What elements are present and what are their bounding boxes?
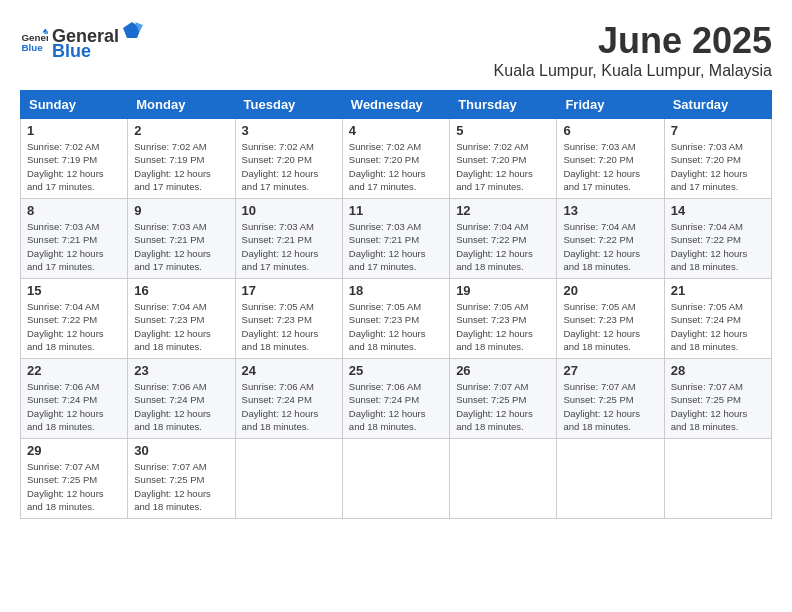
day-info: Sunrise: 7:02 AM Sunset: 7:19 PM Dayligh…	[27, 140, 121, 193]
day-info: Sunrise: 7:03 AM Sunset: 7:21 PM Dayligh…	[134, 220, 228, 273]
calendar-cell: 10 Sunrise: 7:03 AM Sunset: 7:21 PM Dayl…	[235, 199, 342, 279]
svg-text:Blue: Blue	[21, 42, 43, 53]
sunrise-label: Sunrise: 7:07 AM	[671, 381, 743, 392]
sunrise-label: Sunrise: 7:05 AM	[349, 301, 421, 312]
calendar-cell: 5 Sunrise: 7:02 AM Sunset: 7:20 PM Dayli…	[450, 119, 557, 199]
day-info: Sunrise: 7:03 AM Sunset: 7:21 PM Dayligh…	[349, 220, 443, 273]
day-info: Sunrise: 7:05 AM Sunset: 7:23 PM Dayligh…	[242, 300, 336, 353]
sunset-label: Sunset: 7:25 PM	[671, 394, 741, 405]
daylight-label: Daylight: 12 hours and 18 minutes.	[134, 408, 211, 432]
sunrise-label: Sunrise: 7:05 AM	[671, 301, 743, 312]
day-info: Sunrise: 7:05 AM Sunset: 7:23 PM Dayligh…	[349, 300, 443, 353]
day-info: Sunrise: 7:07 AM Sunset: 7:25 PM Dayligh…	[134, 460, 228, 513]
day-number: 24	[242, 363, 336, 378]
daylight-label: Daylight: 12 hours and 18 minutes.	[242, 328, 319, 352]
day-info: Sunrise: 7:03 AM Sunset: 7:20 PM Dayligh…	[671, 140, 765, 193]
daylight-label: Daylight: 12 hours and 18 minutes.	[134, 328, 211, 352]
sunrise-label: Sunrise: 7:06 AM	[349, 381, 421, 392]
calendar-cell	[342, 439, 449, 519]
day-number: 4	[349, 123, 443, 138]
day-number: 16	[134, 283, 228, 298]
day-number: 7	[671, 123, 765, 138]
calendar-cell: 2 Sunrise: 7:02 AM Sunset: 7:19 PM Dayli…	[128, 119, 235, 199]
day-number: 23	[134, 363, 228, 378]
day-number: 28	[671, 363, 765, 378]
day-info: Sunrise: 7:02 AM Sunset: 7:20 PM Dayligh…	[242, 140, 336, 193]
calendar-cell: 15 Sunrise: 7:04 AM Sunset: 7:22 PM Dayl…	[21, 279, 128, 359]
calendar-cell: 14 Sunrise: 7:04 AM Sunset: 7:22 PM Dayl…	[664, 199, 771, 279]
sunrise-label: Sunrise: 7:06 AM	[27, 381, 99, 392]
calendar-cell: 26 Sunrise: 7:07 AM Sunset: 7:25 PM Dayl…	[450, 359, 557, 439]
day-info: Sunrise: 7:06 AM Sunset: 7:24 PM Dayligh…	[349, 380, 443, 433]
calendar-header-row: Sunday Monday Tuesday Wednesday Thursday…	[21, 91, 772, 119]
sunset-label: Sunset: 7:23 PM	[563, 314, 633, 325]
daylight-label: Daylight: 12 hours and 17 minutes.	[242, 168, 319, 192]
sunrise-label: Sunrise: 7:07 AM	[456, 381, 528, 392]
sunrise-label: Sunrise: 7:04 AM	[563, 221, 635, 232]
day-number: 19	[456, 283, 550, 298]
day-info: Sunrise: 7:04 AM Sunset: 7:22 PM Dayligh…	[671, 220, 765, 273]
calendar-week-row-4: 22 Sunrise: 7:06 AM Sunset: 7:24 PM Dayl…	[21, 359, 772, 439]
sunset-label: Sunset: 7:21 PM	[134, 234, 204, 245]
calendar-cell: 1 Sunrise: 7:02 AM Sunset: 7:19 PM Dayli…	[21, 119, 128, 199]
sunrise-label: Sunrise: 7:02 AM	[456, 141, 528, 152]
sunrise-label: Sunrise: 7:03 AM	[349, 221, 421, 232]
logo: General Blue General Blue	[20, 20, 145, 62]
calendar-cell: 27 Sunrise: 7:07 AM Sunset: 7:25 PM Dayl…	[557, 359, 664, 439]
daylight-label: Daylight: 12 hours and 18 minutes.	[671, 408, 748, 432]
day-number: 29	[27, 443, 121, 458]
sunset-label: Sunset: 7:25 PM	[27, 474, 97, 485]
daylight-label: Daylight: 12 hours and 18 minutes.	[563, 408, 640, 432]
sunset-label: Sunset: 7:25 PM	[134, 474, 204, 485]
day-number: 20	[563, 283, 657, 298]
day-number: 11	[349, 203, 443, 218]
calendar-cell: 16 Sunrise: 7:04 AM Sunset: 7:23 PM Dayl…	[128, 279, 235, 359]
location-title: Kuala Lumpur, Kuala Lumpur, Malaysia	[494, 62, 772, 80]
calendar-cell: 17 Sunrise: 7:05 AM Sunset: 7:23 PM Dayl…	[235, 279, 342, 359]
day-number: 25	[349, 363, 443, 378]
sunset-label: Sunset: 7:20 PM	[349, 154, 419, 165]
day-number: 18	[349, 283, 443, 298]
day-info: Sunrise: 7:07 AM Sunset: 7:25 PM Dayligh…	[27, 460, 121, 513]
day-number: 15	[27, 283, 121, 298]
sunrise-label: Sunrise: 7:02 AM	[242, 141, 314, 152]
calendar-cell: 30 Sunrise: 7:07 AM Sunset: 7:25 PM Dayl…	[128, 439, 235, 519]
sunrise-label: Sunrise: 7:06 AM	[134, 381, 206, 392]
calendar-cell: 9 Sunrise: 7:03 AM Sunset: 7:21 PM Dayli…	[128, 199, 235, 279]
sunset-label: Sunset: 7:20 PM	[563, 154, 633, 165]
calendar-cell	[235, 439, 342, 519]
day-info: Sunrise: 7:07 AM Sunset: 7:25 PM Dayligh…	[563, 380, 657, 433]
day-number: 9	[134, 203, 228, 218]
day-number: 26	[456, 363, 550, 378]
calendar-cell: 22 Sunrise: 7:06 AM Sunset: 7:24 PM Dayl…	[21, 359, 128, 439]
daylight-label: Daylight: 12 hours and 18 minutes.	[671, 248, 748, 272]
day-info: Sunrise: 7:07 AM Sunset: 7:25 PM Dayligh…	[671, 380, 765, 433]
daylight-label: Daylight: 12 hours and 18 minutes.	[349, 328, 426, 352]
day-info: Sunrise: 7:06 AM Sunset: 7:24 PM Dayligh…	[134, 380, 228, 433]
day-number: 3	[242, 123, 336, 138]
sunrise-label: Sunrise: 7:03 AM	[242, 221, 314, 232]
day-number: 6	[563, 123, 657, 138]
sunrise-label: Sunrise: 7:06 AM	[242, 381, 314, 392]
sunrise-label: Sunrise: 7:03 AM	[27, 221, 99, 232]
day-info: Sunrise: 7:05 AM Sunset: 7:23 PM Dayligh…	[563, 300, 657, 353]
col-tuesday: Tuesday	[235, 91, 342, 119]
title-area: June 2025 Kuala Lumpur, Kuala Lumpur, Ma…	[494, 20, 772, 80]
day-number: 5	[456, 123, 550, 138]
sunrise-label: Sunrise: 7:03 AM	[563, 141, 635, 152]
daylight-label: Daylight: 12 hours and 18 minutes.	[456, 328, 533, 352]
day-info: Sunrise: 7:02 AM Sunset: 7:20 PM Dayligh…	[349, 140, 443, 193]
sunset-label: Sunset: 7:23 PM	[349, 314, 419, 325]
daylight-label: Daylight: 12 hours and 17 minutes.	[456, 168, 533, 192]
sunrise-label: Sunrise: 7:07 AM	[563, 381, 635, 392]
sunset-label: Sunset: 7:22 PM	[671, 234, 741, 245]
sunset-label: Sunset: 7:19 PM	[27, 154, 97, 165]
day-number: 2	[134, 123, 228, 138]
sunrise-label: Sunrise: 7:03 AM	[671, 141, 743, 152]
sunrise-label: Sunrise: 7:02 AM	[134, 141, 206, 152]
daylight-label: Daylight: 12 hours and 17 minutes.	[349, 248, 426, 272]
day-number: 8	[27, 203, 121, 218]
sunrise-label: Sunrise: 7:05 AM	[456, 301, 528, 312]
calendar-cell: 21 Sunrise: 7:05 AM Sunset: 7:24 PM Dayl…	[664, 279, 771, 359]
daylight-label: Daylight: 12 hours and 18 minutes.	[563, 328, 640, 352]
